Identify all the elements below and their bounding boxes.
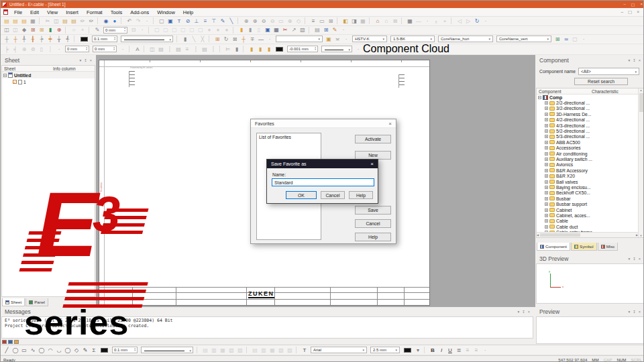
- column-sheet[interactable]: Sheet: [2, 66, 53, 71]
- panel-control-icon[interactable]: ×: [639, 58, 641, 62]
- panel-control-icon[interactable]: ▾: [628, 58, 630, 62]
- grid-icon[interactable]: ⊞: [327, 17, 335, 25]
- dim-f-icon[interactable]: ▤: [251, 347, 259, 354]
- component-tree-item[interactable]: + Accessories: [537, 145, 638, 151]
- help-button[interactable]: Help: [349, 191, 373, 199]
- expander-icon[interactable]: +: [545, 163, 548, 166]
- preview3d-viewport[interactable]: y x: [536, 263, 644, 304]
- cut-icon[interactable]: ✂: [44, 17, 52, 25]
- win-c-icon[interactable]: ▢: [170, 26, 178, 34]
- zoom-sel-icon[interactable]: ⊕: [286, 17, 294, 25]
- vbars-icon[interactable]: ┆: [46, 46, 54, 53]
- save-icon[interactable]: ▦: [29, 17, 37, 25]
- dash-icon[interactable]: —: [415, 17, 423, 25]
- toolbar-item[interactable]: [401, 17, 404, 24]
- expander-icon[interactable]: +: [545, 135, 548, 138]
- toolbar-item[interactable]: [197, 347, 199, 353]
- component-tree-item[interactable]: + 3/2-directional ...: [537, 106, 638, 111]
- align-right-icon[interactable]: ╡: [11, 46, 19, 53]
- pan-icon[interactable]: ◇: [294, 17, 303, 25]
- net-tool-icon[interactable]: ⊤: [210, 17, 218, 25]
- dot10-icon[interactable]: ·: [354, 46, 362, 53]
- panel-control-icon[interactable]: ↧: [633, 310, 636, 314]
- pair-b-icon[interactable]: ▤: [157, 46, 165, 53]
- dim-i-icon[interactable]: ▧: [277, 347, 285, 354]
- pair-h-icon[interactable]: ┆: [209, 46, 217, 53]
- toolbar-item[interactable]: [296, 347, 299, 353]
- panel-control-icon[interactable]: ↧: [84, 58, 87, 62]
- panel-tab[interactable]: Symbol: [571, 243, 597, 251]
- mdi-control-button[interactable]: ×: [637, 9, 639, 15]
- sheet-checkbox[interactable]: ✓: [13, 80, 17, 84]
- column-component[interactable]: Component: [537, 89, 592, 94]
- color-grey-icon[interactable]: ▮: [246, 26, 254, 34]
- toolbar-item[interactable]: [233, 27, 235, 34]
- pair-a-icon[interactable]: ◫: [148, 46, 156, 53]
- connector-symbol[interactable]: [129, 71, 135, 87]
- dot5-icon[interactable]: ·: [266, 36, 274, 43]
- component-tree-item[interactable]: + ABB AC500: [537, 139, 638, 145]
- equiv-icon[interactable]: ≍: [333, 36, 341, 43]
- plus-dim-icon[interactable]: +: [78, 26, 87, 34]
- toolbar-item[interactable]: [74, 36, 76, 42]
- text-tool-icon[interactable]: T: [175, 17, 183, 25]
- expander-icon[interactable]: +: [545, 158, 548, 161]
- toolbar-item[interactable]: [243, 46, 246, 52]
- circle-tool-icon[interactable]: ⊘: [184, 17, 192, 25]
- toolbar-item[interactable]: [97, 17, 100, 24]
- layers-icon[interactable]: ≡: [309, 17, 317, 25]
- sheet-tree-root[interactable]: − Untitled: [2, 72, 95, 78]
- toolbar-item[interactable]: [451, 17, 453, 24]
- window-cascade-icon[interactable]: ◨: [350, 17, 358, 25]
- dim-e-icon[interactable]: ▨: [236, 347, 244, 354]
- connector-symbol[interactable]: [398, 74, 405, 88]
- arrow-ne-icon[interactable]: ↗: [290, 26, 298, 34]
- dash2-icon[interactable]: —: [257, 36, 265, 43]
- toolbar-item[interactable]: [246, 347, 249, 353]
- dot8-icon[interactable]: ·: [55, 46, 63, 53]
- component-tree-item[interactable]: − Comp: [537, 95, 638, 100]
- window-control-button[interactable]: ×: [640, 2, 643, 7]
- dim-a-icon[interactable]: ▤: [201, 347, 209, 354]
- component-cloud-button[interactable]: Component Cloud: [363, 44, 449, 55]
- menu-item[interactable]: Insert: [62, 9, 83, 15]
- bar2-icon[interactable]: ▮: [233, 46, 241, 53]
- reset-search-button[interactable]: Reset search: [574, 78, 628, 85]
- copy-icon[interactable]: ◫: [52, 17, 60, 25]
- draw-arc-top-icon[interactable]: ◠: [46, 347, 54, 354]
- expander-icon[interactable]: +: [545, 180, 548, 184]
- messages-tab-icon[interactable]: [14, 340, 19, 344]
- pair-g-icon[interactable]: ▤: [201, 46, 209, 53]
- connect-a-icon[interactable]: ┼: [3, 36, 11, 43]
- text-icon[interactable]: T: [301, 347, 309, 354]
- status-toggle[interactable]: MM: [592, 357, 598, 362]
- panel-tab[interactable]: Misc: [598, 243, 619, 251]
- draw-ellipse-icon[interactable]: ◯: [38, 347, 46, 354]
- component-tree-item[interactable]: + 4/2-directional ...: [537, 117, 638, 123]
- dialog-button[interactable]: Save: [355, 206, 391, 215]
- slash-dim-icon[interactable]: ╲: [190, 36, 198, 43]
- cable-b-icon[interactable]: ▮: [256, 46, 264, 53]
- pair-f-icon[interactable]: ┆: [192, 46, 200, 53]
- target-icon[interactable]: ⊕: [55, 26, 63, 34]
- panel-control-icon[interactable]: ↧: [522, 310, 525, 314]
- draw-rect-icon[interactable]: ▭: [20, 347, 28, 354]
- wire-type-select[interactable]: HSTV-K: [352, 36, 387, 42]
- grid-green-icon[interactable]: ⊞: [553, 36, 561, 43]
- window-tile-icon[interactable]: ▦: [359, 17, 367, 25]
- zoom-page-icon[interactable]: ▭: [277, 17, 285, 25]
- y-distance-input[interactable]: 0 mm: [93, 46, 117, 52]
- toolbar-item[interactable]: [369, 17, 372, 24]
- expander-icon[interactable]: −: [3, 74, 7, 77]
- toolbar-item[interactable]: [129, 46, 131, 52]
- bold-button[interactable]: B: [429, 347, 437, 354]
- highlight-icon[interactable]: ▣: [166, 17, 174, 25]
- paste-special-icon[interactable]: ▤: [70, 17, 78, 25]
- expander-icon[interactable]: +: [545, 214, 548, 217]
- connect-d-icon[interactable]: ╂: [29, 36, 37, 43]
- pair-d-icon[interactable]: ▤: [174, 46, 182, 53]
- menu-item[interactable]: View: [43, 9, 62, 15]
- bus-tool-icon[interactable]: ≡: [201, 17, 209, 25]
- cross-dim-icon[interactable]: ╳: [199, 36, 207, 43]
- connect-h-icon[interactable]: ╃: [64, 36, 72, 43]
